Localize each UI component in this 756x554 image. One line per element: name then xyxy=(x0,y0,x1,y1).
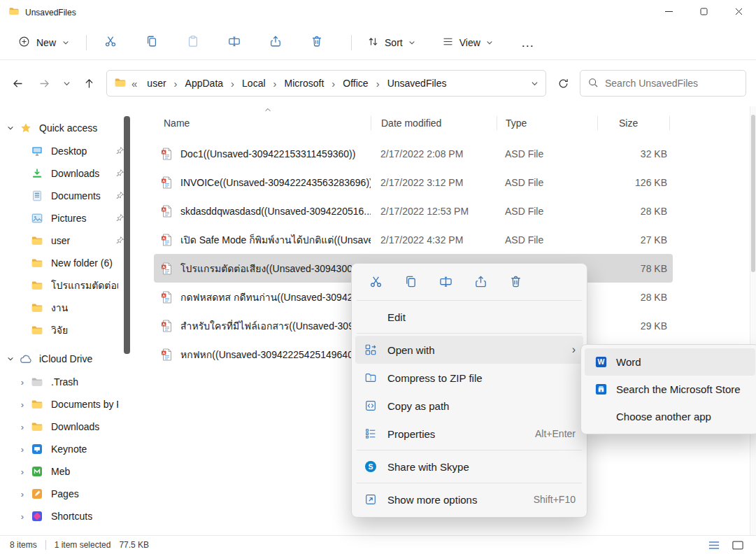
sidebar-section-icloud-drive[interactable]: iCloud Drive xyxy=(0,347,133,371)
paste-button[interactable] xyxy=(178,30,208,55)
chevron-right-icon[interactable]: › xyxy=(15,422,29,432)
submenu-item-choose-another-app[interactable]: Choose another app xyxy=(585,403,755,430)
breadcrumb-item[interactable]: AppData xyxy=(180,76,228,91)
pages-app-icon xyxy=(29,488,45,499)
maximize-button[interactable] xyxy=(686,0,721,22)
sidebar-item-thai-folder-3[interactable]: วิจัย xyxy=(0,319,133,341)
menu-separator xyxy=(357,483,582,483)
new-button[interactable]: New xyxy=(10,30,78,55)
column-header-name[interactable]: Name xyxy=(154,118,371,129)
chevron-right-icon[interactable]: › xyxy=(15,444,29,455)
breadcrumb-item[interactable]: Microsoft xyxy=(280,76,329,91)
recent-locations-button[interactable] xyxy=(57,71,76,96)
sidebar-item-meb[interactable]: › Meb xyxy=(0,460,133,483)
refresh-button[interactable] xyxy=(550,71,576,96)
large-icons-view-button[interactable] xyxy=(729,538,746,552)
menu-item-share-with-skype[interactable]: S Share with Skype xyxy=(355,453,583,481)
sidebar-item-keynote[interactable]: › Keynote xyxy=(0,438,133,460)
menu-item-properties[interactable]: Properties Alt+Enter xyxy=(355,420,583,448)
breadcrumb-item[interactable]: Local xyxy=(237,76,270,91)
items-count: 8 items xyxy=(10,540,37,550)
chevron-right-icon[interactable]: › xyxy=(15,511,29,522)
more-options-button[interactable]: … xyxy=(513,30,543,55)
submenu-item-search-microsoft-store[interactable]: Search the Microsoft Store xyxy=(585,376,755,403)
sidebar-item-label: Pictures xyxy=(51,213,87,224)
breadcrumb-item[interactable]: user xyxy=(142,76,171,91)
chevron-down-icon xyxy=(62,37,69,48)
vertical-scrollbar[interactable] xyxy=(750,106,756,535)
chevron-right-icon[interactable]: › xyxy=(15,467,29,477)
column-header-size[interactable]: Size xyxy=(597,116,670,130)
back-button[interactable] xyxy=(4,71,31,96)
chevron-right-icon[interactable]: › xyxy=(15,489,29,499)
sort-button[interactable]: Sort xyxy=(360,30,422,55)
sidebar-item-new-folder[interactable]: New folder (6) xyxy=(0,252,133,274)
delete-button[interactable] xyxy=(501,270,529,295)
view-button[interactable]: View xyxy=(435,30,500,55)
sidebar-item-label: วิจัย xyxy=(51,322,68,338)
sidebar-scrollbar[interactable] xyxy=(124,116,130,354)
copy-button[interactable] xyxy=(397,270,425,295)
sidebar-section-quick-access[interactable]: Quick access xyxy=(0,116,133,140)
sidebar-item-thai-folder-2[interactable]: งาน xyxy=(0,297,133,319)
submenu-item-word[interactable]: W Word xyxy=(585,348,755,376)
menu-item-edit[interactable]: Edit xyxy=(355,303,583,331)
breadcrumb-item-current[interactable]: UnsavedFiles xyxy=(383,76,452,91)
address-dropdown-chevron-icon[interactable] xyxy=(531,80,539,87)
sidebar-item-icloud-downloads[interactable]: › Downloads xyxy=(0,416,133,438)
rename-button[interactable] xyxy=(219,30,250,55)
sidebar-item-pictures[interactable]: Pictures xyxy=(0,207,133,229)
desktop-icon xyxy=(29,145,45,157)
chevron-right-icon[interactable]: › xyxy=(15,377,29,388)
asd-file-icon xyxy=(159,176,173,190)
chevron-right-icon: › xyxy=(173,78,179,90)
copy-button[interactable] xyxy=(136,30,167,55)
file-row[interactable]: skdasddqwasdasd((Unsaved-3094220516... 2… xyxy=(154,197,673,225)
sidebar-item-desktop[interactable]: Desktop xyxy=(0,140,133,162)
rename-button[interactable] xyxy=(432,270,459,295)
sidebar-item-pages[interactable]: › Pages xyxy=(0,483,133,505)
asd-file-icon xyxy=(159,204,173,218)
sidebar-item-user[interactable]: user xyxy=(0,229,133,252)
minimize-button[interactable] xyxy=(651,0,686,22)
icloud-icon xyxy=(18,353,34,366)
breadcrumb-collapse-icon[interactable]: « xyxy=(128,78,141,90)
sidebar-item-documents-by-r[interactable]: › Documents by R xyxy=(0,393,133,416)
menu-item-open-with[interactable]: Open with › xyxy=(355,336,583,364)
delete-button[interactable] xyxy=(301,30,332,55)
cut-button[interactable] xyxy=(95,30,126,55)
details-view-button[interactable] xyxy=(706,538,722,552)
sidebar-item-documents[interactable]: Documents xyxy=(0,185,133,207)
chevron-down-icon[interactable] xyxy=(4,125,17,132)
file-row[interactable]: Doc1((Unsaved-309422153311459360)) 2/17/… xyxy=(154,139,673,168)
sidebar-item-thai-folder-1[interactable]: โปรแกรมตัดต่อเสีย... xyxy=(0,274,133,297)
sidebar-item-shortcuts[interactable]: › Shortcuts xyxy=(0,505,133,527)
search-icon xyxy=(587,77,599,90)
menu-item-compress-to-zip[interactable]: Compress to ZIP file xyxy=(355,364,583,392)
menu-item-copy-as-path[interactable]: Copy as path xyxy=(355,392,583,420)
chevron-down-icon[interactable] xyxy=(4,355,17,362)
chevron-right-icon[interactable]: › xyxy=(15,399,29,410)
share-button[interactable] xyxy=(466,270,494,295)
file-row[interactable]: INVOICe((Unsaved-309422243563283696)) 2/… xyxy=(154,168,673,197)
folder-icon xyxy=(29,324,45,336)
share-button[interactable] xyxy=(260,30,291,55)
breadcrumb-item[interactable]: Office xyxy=(338,76,373,91)
folder-icon xyxy=(29,257,45,269)
sidebar-item-downloads[interactable]: Downloads xyxy=(0,162,133,185)
paste-icon xyxy=(187,35,199,50)
search-input[interactable] xyxy=(605,78,739,89)
sidebar-item-trash[interactable]: › .Trash xyxy=(0,371,133,393)
svg-text:S: S xyxy=(368,462,373,471)
scrollbar-thumb[interactable] xyxy=(751,115,755,272)
forward-button[interactable] xyxy=(31,71,57,96)
close-button[interactable] xyxy=(721,0,756,22)
column-header-type[interactable]: Type xyxy=(497,116,597,130)
address-bar[interactable]: « user › AppData › Local › Microsoft › O… xyxy=(106,70,546,97)
cut-button[interactable] xyxy=(362,270,390,295)
menu-item-show-more-options[interactable]: Show more options Shift+F10 xyxy=(355,485,583,513)
breadcrumb-folder-icon xyxy=(114,76,127,91)
up-button[interactable] xyxy=(76,71,102,96)
column-header-date-modified[interactable]: Date modified xyxy=(371,116,497,130)
file-row[interactable]: เปิด Safe Mode ก็พิมพ์งานได้ปกติแต่((Uns… xyxy=(154,225,673,254)
